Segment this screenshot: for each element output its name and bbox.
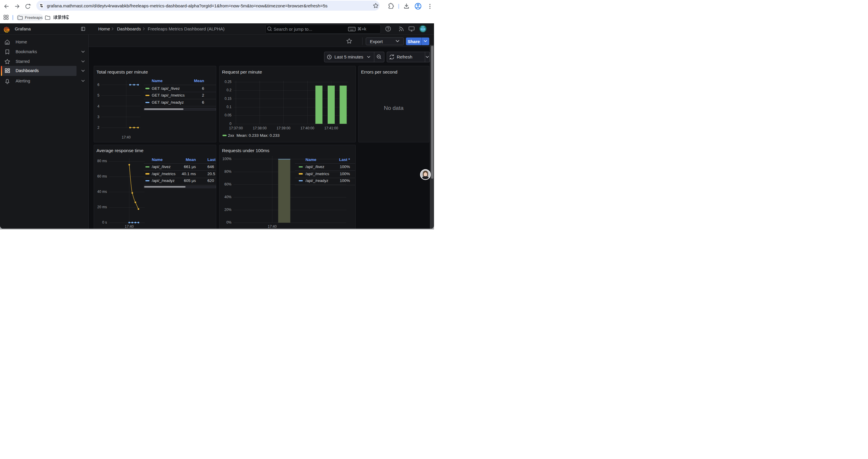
svg-text:17:40:00: 17:40:00 — [301, 126, 314, 130]
svg-text:17:40: 17:40 — [268, 225, 277, 229]
svg-text:0 s: 0 s — [102, 220, 107, 225]
svg-text:3: 3 — [97, 115, 99, 119]
svg-text:40%: 40% — [224, 195, 231, 199]
svg-text:17:40: 17:40 — [125, 225, 133, 229]
svg-text:17:38:00: 17:38:00 — [253, 126, 267, 130]
svg-text:6: 6 — [97, 83, 99, 87]
svg-text:0.2: 0.2 — [226, 88, 231, 92]
svg-text:5: 5 — [97, 93, 99, 97]
svg-text:17:41:00: 17:41:00 — [324, 126, 338, 130]
svg-text:2: 2 — [97, 126, 99, 130]
svg-text:0.15: 0.15 — [224, 97, 231, 101]
svg-text:0: 0 — [229, 122, 231, 126]
svg-text:80 ms: 80 ms — [97, 159, 107, 163]
svg-text:60 ms: 60 ms — [97, 174, 107, 178]
svg-text:17:37:00: 17:37:00 — [229, 126, 243, 130]
svg-text:0%: 0% — [226, 220, 231, 225]
svg-text:80%: 80% — [224, 169, 231, 174]
svg-text:40 ms: 40 ms — [97, 190, 107, 194]
svg-text:4: 4 — [97, 104, 99, 108]
svg-text:0.25: 0.25 — [224, 80, 231, 84]
svg-text:17:40: 17:40 — [122, 135, 131, 139]
svg-text:60%: 60% — [224, 182, 231, 186]
svg-text:20%: 20% — [224, 208, 231, 212]
svg-text:0.05: 0.05 — [224, 113, 231, 117]
svg-text:0.1: 0.1 — [226, 105, 231, 109]
svg-text:17:39:00: 17:39:00 — [277, 126, 290, 130]
svg-text:20 ms: 20 ms — [97, 205, 107, 209]
svg-text:100%: 100% — [222, 157, 231, 161]
